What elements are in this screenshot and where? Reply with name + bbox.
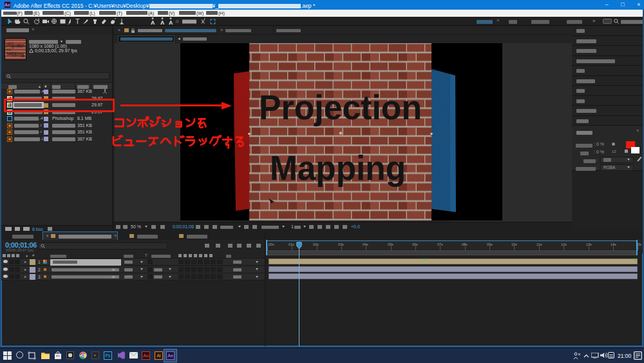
svg-text:Projection: Projection <box>6 43 25 48</box>
svg-text:Mapping: Mapping <box>7 51 24 57</box>
svg-text:Mapping: Mapping <box>270 149 406 187</box>
svg-text:Projection: Projection <box>259 88 422 126</box>
svg-text:T: T <box>75 17 80 25</box>
